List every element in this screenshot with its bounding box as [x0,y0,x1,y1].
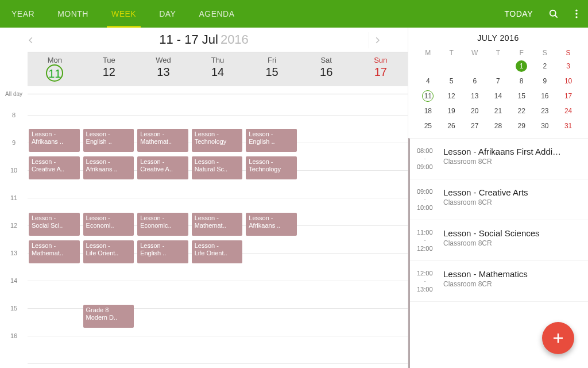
calendar-event[interactable]: Lesson -English .. [83,129,134,152]
mini-day[interactable]: 31 [556,118,580,133]
mini-calendar-grid[interactable]: MTWTFSS123456789101112131415161718192021… [416,47,580,133]
calendar-event[interactable]: Lesson -Mathemat.. [192,213,243,236]
mini-day[interactable]: 3 [556,59,580,74]
search-icon[interactable] [542,2,565,25]
mini-day[interactable]: 23 [533,103,557,118]
day-header-sun[interactable]: Sun17 [353,52,408,86]
svg-point-3 [575,13,577,14]
calendar-event[interactable]: Lesson -Mathemat.. [29,240,80,263]
calendar-event[interactable]: Lesson -Afrikaans .. [29,129,80,152]
calendar-event[interactable]: Lesson -Natural Sc.. [192,156,243,179]
mini-day[interactable]: 6 [463,74,486,89]
mini-day[interactable]: 8 [510,74,533,89]
mini-day[interactable]: 4 [416,74,440,89]
mini-day[interactable]: 28 [486,118,510,133]
tab-month[interactable]: MONTH [46,0,100,28]
mini-calendar-title: JULY 2016 [416,33,580,43]
mini-day[interactable]: 29 [510,118,533,133]
event-list-item[interactable]: 09:00-10:00Lesson - Creative ArtsClassro… [410,179,588,220]
day-header-fri[interactable]: Fri15 [245,52,299,86]
day-header-wed[interactable]: Wed13 [136,52,191,86]
calendar-event[interactable]: Lesson -Afrikaans .. [83,156,134,179]
mini-day[interactable]: 27 [463,118,486,133]
event-list-item[interactable]: 08:00-09:00Lesson - Afrikaans First Addi… [410,139,588,179]
app-bar: YEARMONTHWEEKDAYAGENDA TODAY [0,0,588,28]
mini-day[interactable]: 21 [486,103,510,118]
calendar-event[interactable]: Lesson -Afrikaans .. [246,213,297,236]
mini-day[interactable]: 5 [440,74,463,89]
mini-day[interactable]: 14 [486,89,510,103]
week-title: 11 - 17 Jul 2016 [0,28,408,52]
mini-day[interactable]: 16 [533,89,557,103]
mini-day[interactable]: 18 [416,103,440,118]
mini-day[interactable]: 10 [556,74,580,89]
mini-day[interactable]: 1 [510,59,533,74]
more-icon[interactable] [565,2,588,25]
calendar-event[interactable]: Lesson -English .. [137,240,188,263]
svg-point-0 [550,10,556,16]
event-list-item[interactable]: 11:00-12:00Lesson - Social SciencesClass… [410,220,588,261]
mini-day [440,59,463,74]
calendar-event[interactable]: Lesson -Creative A.. [29,156,80,179]
svg-line-1 [555,16,558,18]
sidebar: JULY 2016 MTWTFSS12345678910111213141516… [408,28,588,368]
day-header-thu[interactable]: Thu14 [191,52,245,86]
mini-day[interactable]: 2 [533,59,557,74]
mini-day[interactable]: 20 [463,103,486,118]
week-range: 11 - 17 Jul [159,32,218,47]
calendar-event[interactable]: Lesson -Economi.. [83,213,134,236]
calendar-event[interactable]: Lesson -English .. [246,129,297,152]
calendar-event[interactable]: Lesson -Technology [246,156,297,179]
tab-year[interactable]: YEAR [0,0,46,28]
add-event-button[interactable] [542,322,574,354]
prev-week-button[interactable] [23,32,39,48]
svg-point-4 [575,16,577,18]
mini-day[interactable]: 30 [533,118,557,133]
calendar-event[interactable]: Lesson -Creative A.. [137,156,188,179]
mini-day[interactable]: 22 [510,103,533,118]
mini-day [486,59,510,74]
allday-row [28,86,408,94]
calendar-event[interactable]: Lesson -Life Orient.. [83,240,134,263]
calendar-event[interactable]: Lesson -Economic.. [137,213,188,236]
week-year: 2016 [220,32,249,47]
calendar-event[interactable]: Grade 8Modern D.. [83,305,134,328]
mini-day[interactable]: 11 [416,89,440,103]
calendar-event[interactable]: Lesson -Technology [192,129,243,152]
next-week-button[interactable] [369,32,385,48]
calendar-event[interactable]: Lesson -Life Orient.. [192,240,243,263]
week-grid[interactable]: 78910111213141516 Lesson -Afrikaans ..Le… [0,94,408,368]
mini-day[interactable]: 9 [533,74,557,89]
mini-day[interactable]: 13 [463,89,486,103]
event-list-item[interactable]: 12:00-13:00Lesson - MathematicsClassroom… [410,261,588,302]
day-header-sat[interactable]: Sat16 [299,52,354,86]
day-header-mon[interactable]: Mon11 [28,52,82,86]
mini-day [463,59,486,74]
tab-day[interactable]: DAY [148,0,187,28]
mini-day [416,59,440,74]
mini-day[interactable]: 7 [486,74,510,89]
mini-day[interactable]: 12 [440,89,463,103]
mini-day[interactable]: 19 [440,103,463,118]
week-view: 11 - 17 Jul 2016 Mon11Tue12Wed13Thu14Fri… [0,28,408,368]
mini-day[interactable]: 17 [556,89,580,103]
mini-day[interactable]: 25 [416,118,440,133]
day-header-tue[interactable]: Tue12 [82,52,137,86]
calendar-event[interactable]: Lesson -Mathemat.. [137,129,188,152]
today-button[interactable]: TODAY [496,9,542,18]
mini-calendar: JULY 2016 MTWTFSS12345678910111213141516… [408,28,588,138]
mini-day[interactable]: 26 [440,118,463,133]
day-header: Mon11Tue12Wed13Thu14Fri15Sat16Sun17 [28,52,408,86]
tab-agenda[interactable]: AGENDA [187,0,246,28]
calendar-event[interactable]: Lesson -Social Sci.. [29,213,80,236]
mini-day[interactable]: 24 [556,103,580,118]
view-tabs: YEARMONTHWEEKDAYAGENDA [0,0,246,28]
tab-week[interactable]: WEEK [100,0,148,28]
hour-labels: 78910111213141516 [0,94,28,363]
day-columns: Lesson -Afrikaans ..Lesson -English ..Le… [28,94,408,363]
svg-point-2 [575,10,577,12]
mini-day[interactable]: 15 [510,89,533,103]
